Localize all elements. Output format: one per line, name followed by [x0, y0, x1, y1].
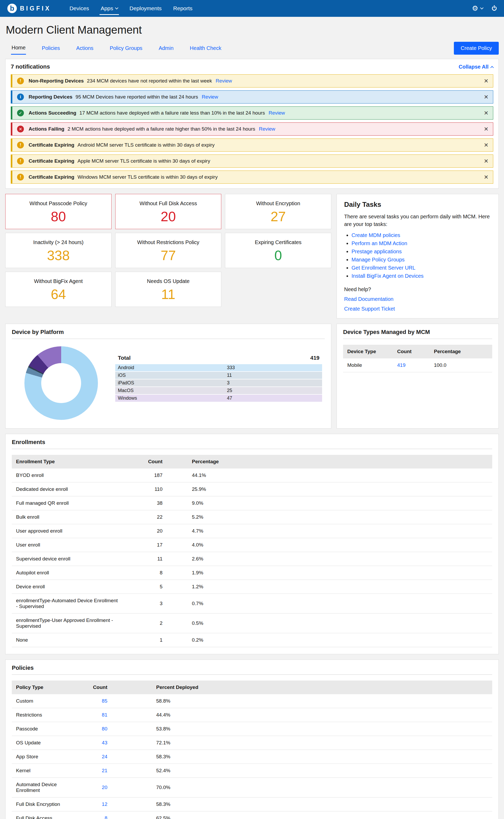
table-cell: 20	[125, 524, 167, 538]
table-cell: 20	[80, 778, 112, 797]
table-cell: Mobile	[343, 358, 393, 372]
count-link[interactable]: 12	[102, 801, 107, 807]
notification-title: Certificate Expiring	[29, 142, 74, 148]
table-header-row: Policy Type Count Percent Deployed	[12, 681, 492, 694]
table-row: Device enroll51.2%	[12, 580, 492, 594]
notification-title: Actions Succeeding	[29, 110, 76, 116]
tile-value: 80	[6, 209, 111, 225]
policies-card: Policies Policy Type Count Percent Deplo…	[5, 660, 499, 819]
review-link[interactable]: Review	[202, 94, 218, 100]
count-link[interactable]: 85	[102, 698, 107, 704]
tile-value: 0	[225, 248, 331, 263]
metric-tile-without-full-disk-access[interactable]: Without Full Disk Access20	[115, 194, 222, 229]
table-row: App Store2458.3%	[12, 750, 492, 764]
table-cell: 85	[80, 694, 112, 708]
notification-message: 17 MCM actions have deployed with a fail…	[80, 110, 265, 116]
task-link-get-enrollment-server-url[interactable]: Get Enrollment Server URL	[351, 265, 415, 271]
legend-total-label: Total	[118, 355, 131, 361]
logout-button[interactable]	[492, 6, 497, 11]
bigfix-logo[interactable]: b BIGFIX	[7, 4, 51, 13]
task-link-manage-policy-groups[interactable]: Manage Policy Groups	[351, 257, 405, 263]
table-row: enrollmentType-Automated Device Enrollme…	[12, 594, 492, 613]
table-cell: 24	[80, 750, 112, 764]
tab-policy-groups[interactable]: Policy Groups	[109, 42, 143, 54]
close-notification-button[interactable]: ×	[484, 109, 488, 117]
metric-tile-without-restrictions-policy[interactable]: Without Restrictions Policy77	[115, 233, 222, 268]
table-row: Kernel2152.4%	[12, 764, 492, 778]
table-cell: Passcode	[12, 722, 80, 736]
notification-error: ✕Actions Failing2 MCM actions have deplo…	[11, 122, 493, 135]
tab-home[interactable]: Home	[11, 41, 26, 55]
column-header: Percentage	[167, 455, 492, 468]
table-cell: 5.2%	[167, 510, 492, 524]
help-link-create-support-ticket[interactable]: Create Support Ticket	[344, 306, 491, 312]
tab-health-check[interactable]: Health Check	[189, 42, 222, 54]
device-types-table-wrap: Device Type Count Percentage Mobile41910…	[337, 339, 498, 379]
count-link[interactable]: 81	[102, 712, 107, 718]
table-cell: 9.0%	[167, 496, 492, 510]
close-notification-button[interactable]: ×	[484, 157, 488, 165]
nav-item-reports[interactable]: Reports	[167, 0, 198, 17]
count-link[interactable]: 43	[102, 740, 107, 745]
nav-item-devices[interactable]: Devices	[64, 0, 95, 17]
table-row: User enroll174.0%	[12, 538, 492, 552]
count-link[interactable]: 80	[102, 726, 107, 732]
count-link[interactable]: 419	[397, 362, 406, 368]
metric-tile-needs-os-update[interactable]: Needs OS Update11	[115, 272, 222, 307]
task-link-prestage-applications[interactable]: Prestage applications	[351, 249, 402, 254]
legend-platform-name: MacOS	[118, 388, 134, 393]
metric-tile-inactivity-24-hours-[interactable]: Inactivity (> 24 hours)338	[5, 233, 112, 268]
count-link[interactable]: 21	[102, 768, 107, 773]
tab-bar: HomePoliciesActionsPolicy GroupsAdminHea…	[0, 41, 504, 55]
device-by-platform-card: Device by Platform Total 419 Android333i…	[5, 324, 331, 429]
count-link[interactable]: 24	[102, 754, 107, 759]
tab-actions[interactable]: Actions	[76, 42, 94, 54]
tile-value: 338	[6, 248, 111, 263]
table-cell: 58.3%	[112, 750, 492, 764]
close-notification-button[interactable]: ×	[484, 77, 488, 85]
need-help-label: Need help?	[344, 287, 491, 293]
metric-tile-without-passcode-policy[interactable]: Without Passcode Policy80	[5, 194, 112, 229]
tab-admin[interactable]: Admin	[158, 42, 174, 54]
close-notification-button[interactable]: ×	[484, 141, 488, 149]
table-row: Custom8558.8%	[12, 694, 492, 708]
table-cell: Kernel	[12, 764, 80, 778]
daily-tasks-card: Daily Tasks There are several tasks you …	[337, 194, 499, 319]
metric-tile-expiring-certificates[interactable]: Expiring Certificates0	[225, 233, 331, 268]
review-link[interactable]: Review	[216, 78, 232, 84]
legend-platform-name: iOS	[118, 373, 126, 378]
collapse-all-link[interactable]: Collapse All	[459, 64, 493, 70]
warning-icon: !	[17, 77, 24, 84]
legend-row-macos: MacOS25	[115, 387, 322, 394]
table-row: Dedicated device enroll11025.9%	[12, 482, 492, 496]
legend-rows: Android333iOS11iPadOS3MacOS25Windows47	[115, 364, 322, 402]
daily-tasks-title: Daily Tasks	[344, 200, 491, 209]
help-link-read-documentation[interactable]: Read Documentation	[344, 296, 491, 302]
notification-title: Actions Failing	[29, 126, 64, 132]
review-link[interactable]: Review	[259, 126, 275, 132]
review-link[interactable]: Review	[269, 110, 285, 116]
task-link-create-mdm-policies[interactable]: Create MDM policies	[351, 232, 400, 238]
close-notification-button[interactable]: ×	[484, 93, 488, 101]
notification-warning: !Certificate ExpiringWindows MCM server …	[11, 170, 493, 184]
task-link-perform-an-mdm-action[interactable]: Perform an MDM Action	[351, 241, 407, 246]
device-types-title: Device Types Managed by MCM	[343, 329, 492, 339]
nav-item-deployments[interactable]: Deployments	[124, 0, 167, 17]
brand-name: BIGFIX	[20, 5, 51, 12]
tab-policies[interactable]: Policies	[41, 42, 60, 54]
close-notification-button[interactable]: ×	[484, 125, 488, 133]
metric-tile-without-bigfix-agent[interactable]: Without BigFix Agent64	[5, 272, 112, 307]
count-link[interactable]: 20	[102, 785, 107, 790]
close-notification-button[interactable]: ×	[484, 173, 488, 181]
table-cell: 43	[80, 736, 112, 750]
count-link[interactable]: 8	[104, 815, 107, 819]
metric-tile-without-encryption[interactable]: Without Encryption27	[225, 194, 331, 229]
top-nav: b BIGFIX DevicesAppsDeploymentsReports ⚙	[0, 0, 504, 17]
table-cell: Autopilot enroll	[12, 566, 125, 580]
create-policy-button[interactable]: Create Policy	[454, 42, 499, 55]
nav-item-apps[interactable]: Apps	[95, 0, 124, 17]
table-cell: 2	[125, 613, 167, 633]
task-link-install-bigfix-agent-on-devices[interactable]: Install BigFix Agent on Devices	[351, 273, 424, 279]
table-cell: 81	[80, 708, 112, 722]
settings-menu-button[interactable]: ⚙	[472, 5, 483, 12]
